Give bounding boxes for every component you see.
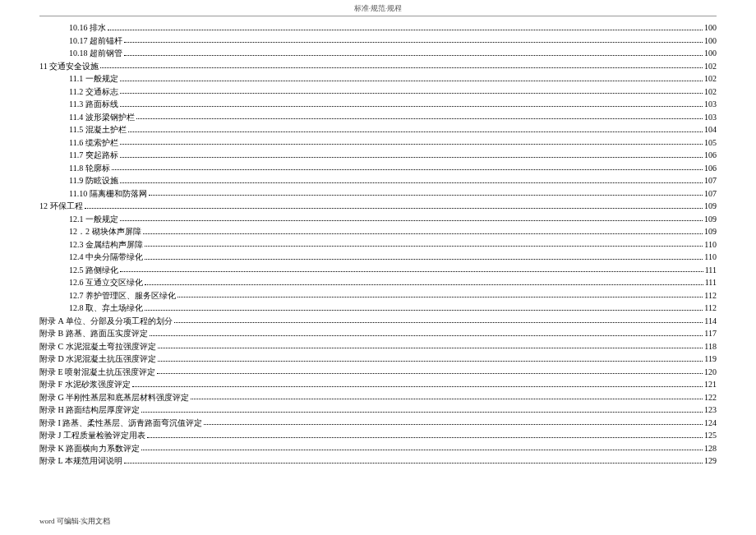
toc-entry: 附录 H 路面结构层厚度评定 123	[39, 404, 717, 417]
toc-label: 10.16 排水	[69, 21, 106, 35]
toc-page-number: 122	[704, 391, 717, 404]
toc-label: 11.3 路面标线	[69, 98, 118, 111]
toc-page-number: 100	[704, 47, 717, 60]
toc-leader-dots	[85, 208, 703, 209]
toc-label: 10.18 超前钢管	[69, 47, 122, 60]
toc-label: 附录 G 半刚性基层和底基层材料强度评定	[39, 391, 189, 404]
toc-leader-dots	[145, 310, 703, 311]
toc-entry: 12.3 金属结构声屏障 110	[39, 238, 717, 251]
toc-entry: 11.4 波形梁钢护栏 103	[39, 111, 717, 124]
toc-entry: 12.1 一般规定 109	[39, 213, 717, 226]
toc-leader-dots	[120, 182, 703, 183]
toc-label: 12．2 砌块体声屏障	[69, 225, 141, 238]
toc-entry: 12.5 路侧绿化 111	[39, 264, 717, 277]
header-text: 标准·规范·规程	[354, 4, 403, 12]
toc-entry: 11.1 一般规定 102	[39, 72, 717, 85]
toc-entry: 12．2 砌块体声屏障 109	[39, 225, 717, 238]
toc-leader-dots	[112, 169, 703, 170]
toc-page-number: 105	[704, 136, 717, 150]
toc-leader-dots	[145, 284, 703, 285]
toc-entry: 附录 I 路基、柔性基层、沥青路面弯沉值评定 124	[39, 417, 717, 430]
toc-leader-dots	[150, 335, 703, 336]
toc-label: 12.4 中央分隔带绿化	[69, 251, 143, 264]
toc-entry: 附录 D 水泥混凝土抗压强度评定 119	[39, 353, 717, 366]
toc-page-number: 109	[704, 200, 717, 213]
toc-entry: 附录 K 路面横向力系数评定 128	[39, 442, 717, 455]
toc-entry: 12.7 养护管理区、服务区绿化 112	[39, 289, 717, 302]
toc-label: 12.8 取、弃土场绿化	[69, 302, 143, 315]
toc-page-number: 120	[704, 366, 717, 379]
toc-label: 11.5 混凝土护栏	[69, 123, 127, 136]
toc-page-number: 109	[704, 213, 717, 226]
toc-leader-dots	[143, 233, 703, 234]
toc-entry: 附录 F 水泥砂浆强度评定 121	[39, 378, 717, 391]
toc-leader-dots	[124, 463, 703, 464]
toc-entry: 12.4 中央分隔带绿化 110	[39, 251, 717, 264]
toc-leader-dots	[120, 157, 703, 158]
toc-page-number: 100	[704, 35, 717, 48]
table-of-contents: 10.16 排水 10010.17 超前锚杆 10010.18 超前钢管 100…	[0, 16, 756, 468]
toc-page-number: 128	[704, 442, 717, 455]
toc-label: 附录 E 喷射混凝土抗压强度评定	[39, 366, 155, 379]
toc-page-number: 124	[704, 417, 717, 430]
toc-leader-dots	[120, 93, 703, 94]
toc-page-number: 102	[704, 60, 717, 73]
toc-leader-dots	[124, 42, 703, 43]
toc-label: 附录 D 水泥混凝土抗压强度评定	[39, 353, 156, 366]
toc-entry: 12.8 取、弃土场绿化 112	[39, 302, 717, 315]
toc-entry: 11.10 隔离栅和防落网 107	[39, 187, 717, 201]
toc-label: 12.3 金属结构声屏障	[69, 238, 143, 251]
toc-page-number: 112	[704, 289, 717, 302]
toc-leader-dots	[128, 131, 703, 132]
toc-label: 11.10 隔离栅和防落网	[69, 187, 147, 201]
toc-label: 11.1 一般规定	[69, 72, 118, 85]
toc-page-number: 110	[704, 238, 717, 251]
toc-label: 11.9 防眩设施	[69, 174, 118, 187]
toc-page-number: 114	[704, 315, 717, 328]
toc-label: 11.6 缆索护栏	[69, 136, 118, 150]
toc-label: 11 交通安全设施	[39, 60, 99, 73]
toc-page-number: 118	[704, 340, 717, 353]
toc-label: 附录 J 工程质量检验评定用表	[39, 429, 145, 442]
toc-leader-dots	[120, 81, 703, 81]
toc-page-number: 129	[704, 454, 717, 468]
toc-page-number: 111	[705, 276, 717, 289]
toc-page-number: 123	[704, 404, 717, 417]
toc-entry: 附录 A 单位、分部及分项工程的划分 114	[39, 315, 717, 328]
toc-label: 附录 B 路基、路面压实度评定	[39, 327, 148, 340]
toc-leader-dots	[158, 361, 703, 362]
toc-leader-dots	[145, 259, 703, 260]
toc-page-number: 112	[704, 302, 717, 315]
toc-entry: 附录 E 喷射混凝土抗压强度评定 120	[39, 366, 717, 379]
toc-label: 12.7 养护管理区、服务区绿化	[69, 289, 176, 302]
toc-label: 11.4 波形梁钢护栏	[69, 111, 135, 124]
toc-page-number: 119	[704, 353, 717, 366]
toc-leader-dots	[177, 297, 703, 297]
toc-leader-dots	[120, 271, 703, 272]
toc-entry: 11.2 交通标志 102	[39, 85, 717, 99]
footer-text: word 可编辑·实用文档	[39, 517, 110, 525]
toc-leader-dots	[174, 322, 703, 323]
toc-label: 11.8 轮廓标	[69, 162, 110, 175]
toc-page-number: 107	[704, 174, 717, 187]
toc-entry: 10.17 超前锚杆 100	[39, 35, 717, 48]
toc-leader-dots	[149, 195, 703, 196]
toc-leader-dots	[120, 220, 703, 221]
toc-leader-dots	[147, 437, 703, 438]
toc-page-number: 117	[704, 327, 717, 340]
page-footer: word 可编辑·实用文档	[39, 516, 110, 527]
toc-label: 12.1 一般规定	[69, 213, 118, 226]
toc-label: 附录 A 单位、分部及分项工程的划分	[39, 315, 173, 328]
toc-label: 附录 H 路面结构层厚度评定	[39, 404, 140, 417]
toc-leader-dots	[158, 348, 703, 348]
toc-entry: 10.18 超前钢管 100	[39, 47, 717, 60]
toc-label: 12.5 路侧绿化	[69, 264, 118, 277]
toc-entry: 11.6 缆索护栏 105	[39, 136, 717, 150]
page-header: 标准·规范·规程	[39, 0, 717, 16]
toc-entry: 11.8 轮廓标 106	[39, 162, 717, 175]
toc-label: 11.7 突起路标	[69, 149, 118, 162]
toc-entry: 12 环保工程 109	[39, 200, 717, 213]
toc-leader-dots	[204, 424, 703, 425]
toc-page-number: 103	[704, 98, 717, 111]
toc-page-number: 102	[704, 85, 717, 99]
